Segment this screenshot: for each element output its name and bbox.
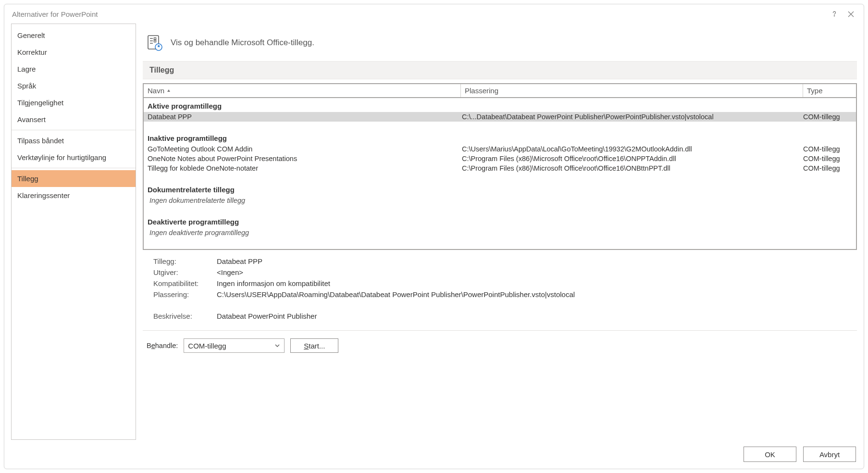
sidebar-item[interactable]: Verktøylinje for hurtigtilgang [12,149,136,166]
list-group-title: Aktive programtillegg [144,100,856,112]
cancel-button[interactable]: Avbryt [803,447,856,462]
column-header-type[interactable]: Type [803,84,856,97]
addin-details: Tillegg: Databeat PPP Utgiver: <Ingen> K… [143,250,857,327]
list-group-title: Dokumentrelaterte tillegg [144,184,856,196]
page-heading: Vis og behandle Microsoft Office-tillegg… [143,24,857,61]
detail-label-compat: Kompatibilitet: [153,279,217,287]
options-dialog: Alternativer for PowerPoint GenereltKorr… [4,4,864,469]
cell-type: COM-tillegg [803,164,856,172]
cell-type: COM-tillegg [803,145,856,153]
sidebar-item[interactable]: Generelt [12,27,136,44]
divider [12,168,136,168]
column-header-location[interactable]: Plassering [461,84,803,97]
sidebar-item[interactable]: Språk [12,77,136,94]
category-sidebar: GenereltKorrekturLagreSpråkTilgjengeligh… [11,24,136,440]
ok-button[interactable]: OK [744,447,796,462]
svg-point-0 [834,15,835,16]
cell-name: Tillegg for koblede OneNote-notater [144,164,461,172]
cell-type: COM-tillegg [803,155,856,162]
manage-label: Behandle: [147,342,178,349]
dialog-footer: OK Avbryt [4,440,864,469]
detail-value-publisher: <Ingen> [217,268,853,276]
manage-combo-value: COM-tillegg [188,342,226,350]
main-panel: Vis og behandle Microsoft Office-tillegg… [143,24,857,440]
manage-row: Behandle: COM-tillegg Start... [143,336,857,353]
divider [143,330,857,331]
sidebar-item[interactable]: Lagre [12,61,136,77]
go-button[interactable]: Start... [290,338,338,353]
sidebar-item[interactable]: Klareringssenter [12,187,136,204]
list-group-empty: Ingen deaktiverte programtillegg [144,228,856,237]
list-row[interactable]: Tillegg for koblede OneNote-notaterC:\Pr… [144,163,856,173]
list-group-title: Deaktiverte programtillegg [144,216,856,228]
cell-name: GoToMeeting Outlook COM Addin [144,145,461,153]
divider [12,130,136,130]
cell-location: C:\Program Files (x86)\Microsoft Office\… [461,155,803,162]
sidebar-item[interactable]: Avansert [12,111,136,128]
cell-location: C:\Users\Marius\AppData\Local\GoToMeetin… [461,145,803,153]
detail-value-description: Databeat PowerPoint Publisher [217,312,853,320]
detail-label-publisher: Utgiver: [153,268,217,276]
sort-asc-icon [166,88,171,93]
section-header: Tillegg [143,61,857,79]
chevron-down-icon [274,343,280,349]
window-title: Alternativer for PowerPoint [12,10,98,18]
detail-label-description: Beskrivelse: [153,312,217,320]
help-button[interactable] [826,6,843,22]
sidebar-item[interactable]: Tilpass båndet [12,132,136,149]
sidebar-item[interactable]: Korrektur [12,44,136,61]
list-row[interactable]: Databeat PPPC:\...Databeat\Databeat Powe… [144,112,856,122]
cell-type: COM-tillegg [803,113,856,121]
titlebar: Alternativer for PowerPoint [4,4,864,24]
cell-location: C:\...Databeat\Databeat PowerPoint Publi… [461,113,803,121]
list-row[interactable]: OneNote Notes about PowerPoint Presentat… [144,154,856,163]
addins-list: Navn Plassering Type Aktive programtille… [143,83,857,250]
addins-icon [147,34,164,51]
list-body: Aktive programtilleggDatabeat PPPC:\...D… [144,98,856,249]
close-button[interactable] [843,6,859,22]
list-row[interactable]: GoToMeeting Outlook COM AddinC:\Users\Ma… [144,144,856,154]
manage-combo[interactable]: COM-tillegg [184,338,285,353]
sidebar-item[interactable]: Tilgjengelighet [12,94,136,111]
page-title: Vis og behandle Microsoft Office-tillegg… [171,38,314,48]
detail-value-location: C:\Users\USER\AppData\Roaming\Databeat\D… [217,290,853,299]
list-group-empty: Ingen dokumentrelaterte tillegg [144,196,856,205]
detail-value-addin: Databeat PPP [217,257,853,265]
cell-location: C:\Program Files (x86)\Microsoft Office\… [461,164,803,172]
detail-label-location: Plassering: [153,290,217,299]
list-group-title: Inaktive programtillegg [144,132,856,144]
sidebar-item[interactable]: Tillegg [12,170,136,187]
column-header-name[interactable]: Navn [144,84,461,97]
cell-name: OneNote Notes about PowerPoint Presentat… [144,155,461,162]
cell-name: Databeat PPP [144,113,461,121]
svg-rect-6 [154,40,156,42]
svg-rect-5 [154,38,156,40]
list-header: Navn Plassering Type [144,84,856,98]
detail-value-compat: Ingen informasjon om kompatibilitet [217,279,853,287]
detail-label-addin: Tillegg: [153,257,217,265]
